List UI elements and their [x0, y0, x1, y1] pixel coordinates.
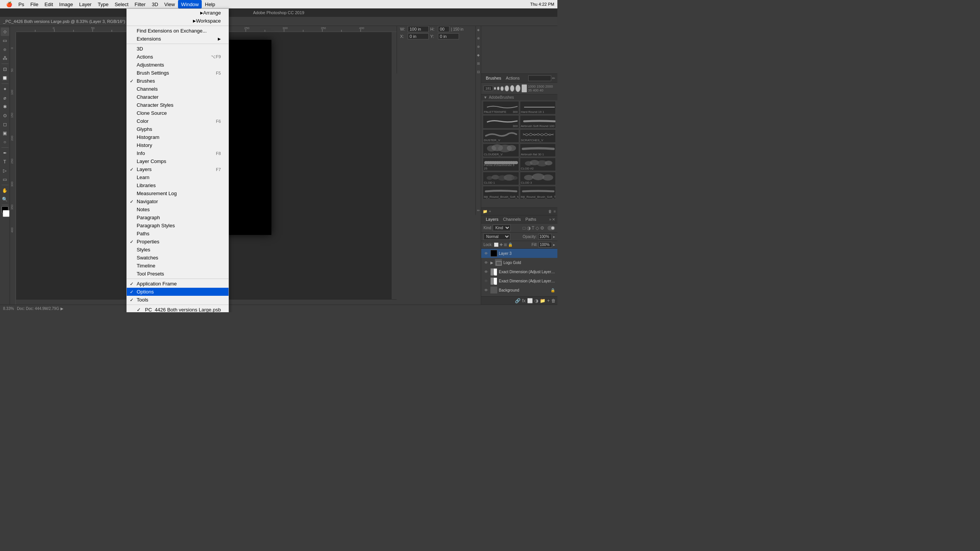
- brush-airbrush[interactable]: Airbrush Soft Round 100: [520, 115, 556, 129]
- fill-arrow[interactable]: ▸: [553, 243, 555, 247]
- menu-item-character-styles[interactable]: Character Styles: [127, 101, 229, 109]
- menu-item-3d[interactable]: 3D: [127, 45, 229, 53]
- background-color[interactable]: [3, 210, 10, 217]
- layers-close[interactable]: ✕: [552, 217, 555, 222]
- opacity-arrow[interactable]: ▸: [553, 235, 555, 239]
- brush-hardround[interactable]: Hard Round 19 1: [520, 101, 556, 114]
- spot-heal-tool[interactable]: ✦: [1, 85, 9, 93]
- crop-tool[interactable]: ⊡: [1, 65, 9, 73]
- lasso-tool[interactable]: ⌾: [1, 45, 9, 54]
- height-input[interactable]: [438, 26, 449, 32]
- photoshop-menu[interactable]: Ps: [15, 0, 27, 8]
- menu-item-arrange[interactable]: ▶ Arrange: [127, 9, 229, 17]
- layer-item-layer3[interactable]: 👁 Layer 3: [481, 249, 557, 258]
- dodge-tool[interactable]: ○: [1, 138, 9, 146]
- lock-pixels-icon[interactable]: ⬜: [494, 243, 498, 247]
- strip-btn-3[interactable]: ◈: [476, 26, 481, 34]
- help-menu[interactable]: Help: [202, 0, 218, 8]
- brush-clod2[interactable]: CLOD #2: [520, 158, 556, 171]
- y-input[interactable]: [438, 33, 459, 39]
- width-input[interactable]: [408, 26, 429, 32]
- menu-item-workspace[interactable]: ▶ Workspace: [127, 17, 229, 25]
- menu-item-libraries[interactable]: Libraries: [127, 181, 229, 189]
- tab-paths[interactable]: Paths: [523, 216, 539, 222]
- x-input[interactable]: [408, 33, 429, 39]
- type-tool[interactable]: T: [1, 158, 9, 166]
- move-tool[interactable]: ⊹: [1, 28, 9, 36]
- brush-300[interactable]: 300: [483, 115, 519, 129]
- brushes-delete[interactable]: 🗑: [548, 209, 552, 214]
- filter-smart-icon[interactable]: ⚙: [540, 225, 544, 231]
- brush-size-input[interactable]: 181: [483, 86, 493, 91]
- brush-tool[interactable]: ⌀: [1, 94, 9, 102]
- 3d-menu[interactable]: 3D: [149, 0, 161, 8]
- lock-position-icon[interactable]: ✚: [500, 243, 503, 247]
- brush-clod3[interactable]: CLOD 3: [520, 172, 556, 185]
- path-select-tool[interactable]: ▷: [1, 166, 9, 175]
- strip-btn-6[interactable]: ◆: [476, 51, 481, 59]
- logogold-expand[interactable]: ▶: [490, 261, 493, 265]
- menu-item-find-extensions[interactable]: Find Extensions on Exchange...: [127, 27, 229, 35]
- brush-mjl2[interactable]: Mjl_Round_Brush_Soft_Texture: [520, 186, 556, 199]
- marquee-tool[interactable]: ▭: [1, 36, 9, 45]
- image-menu[interactable]: Image: [56, 0, 76, 8]
- brushes-new-group[interactable]: 📁: [483, 209, 487, 214]
- menu-item-navigator[interactable]: ✓ Navigator: [127, 197, 229, 205]
- view-menu[interactable]: View: [161, 0, 178, 8]
- filter-pixel-icon[interactable]: □: [523, 225, 525, 231]
- eyedropper-tool[interactable]: 🔲: [1, 74, 9, 82]
- history-brush-tool[interactable]: ⊙: [1, 111, 9, 120]
- menu-item-paths[interactable]: Paths: [127, 230, 229, 238]
- pen-tool[interactable]: ✒: [1, 149, 9, 157]
- filter-adjust-icon[interactable]: ◑: [527, 225, 531, 231]
- type-menu[interactable]: Type: [95, 0, 111, 8]
- menu-item-histogram[interactable]: Histogram: [127, 133, 229, 141]
- exactdim-visibility[interactable]: 👁: [483, 278, 489, 284]
- layers-collapse[interactable]: »: [549, 217, 551, 222]
- brush-airbrush-flat[interactable]: Airbrush flat 30 1: [520, 143, 556, 157]
- layer3-visibility[interactable]: 👁: [483, 251, 489, 256]
- layers-footer-link[interactable]: 🔗: [515, 298, 521, 303]
- layers-footer-adjustment[interactable]: ◑: [534, 298, 538, 303]
- magic-wand-tool[interactable]: ⁂: [1, 54, 9, 62]
- status-arrow[interactable]: ▶: [60, 306, 64, 311]
- brush-mjl1[interactable]: Mjl_Round_Brush_Soft_Note...: [483, 186, 519, 199]
- vertical-scrollbar[interactable]: [391, 32, 397, 299]
- eraser-tool[interactable]: ◻: [1, 120, 9, 129]
- brushes-search-input[interactable]: [528, 75, 551, 81]
- brushes-new-brush[interactable]: +: [489, 209, 491, 214]
- menu-item-styles[interactable]: Styles: [127, 246, 229, 254]
- brush-clouder[interactable]: CLOUDER_V: [483, 143, 519, 157]
- strip-btn-4[interactable]: ⊕: [476, 34, 481, 42]
- tab-actions[interactable]: Actions: [503, 75, 522, 81]
- menu-item-adjustments[interactable]: Adjustments: [127, 61, 229, 69]
- logogold-visibility[interactable]: 👁: [483, 260, 489, 265]
- menu-item-measurement-log[interactable]: Measurement Log: [127, 189, 229, 197]
- file-menu[interactable]: File: [27, 0, 41, 8]
- opacity-input[interactable]: [538, 234, 552, 240]
- layers-footer-delete[interactable]: 🗑: [551, 298, 556, 303]
- brushes-menu[interactable]: ≡: [554, 209, 556, 214]
- menu-item-color[interactable]: Color F6: [127, 117, 229, 125]
- brush-paletteknife[interactable]: PALETTEKNIFE 300: [483, 101, 519, 114]
- layers-footer-new[interactable]: +: [547, 298, 550, 303]
- filter-type-icon[interactable]: T: [532, 225, 534, 231]
- tab-layers[interactable]: Layers: [483, 216, 501, 222]
- tab-channels[interactable]: Channels: [501, 216, 523, 222]
- menu-item-learn[interactable]: Learn: [127, 173, 229, 181]
- layers-footer-mask[interactable]: ⬜: [527, 298, 533, 303]
- brush-clod1[interactable]: CLOD 1: [483, 172, 519, 185]
- menu-item-extensions[interactable]: Extensions ▶: [127, 35, 229, 43]
- layers-footer-fx[interactable]: fx: [522, 298, 526, 303]
- layer-item-background[interactable]: 👁 Background 🔒: [481, 285, 557, 295]
- strip-btn-7[interactable]: ⊞: [476, 60, 481, 67]
- clone-stamp-tool[interactable]: ✱: [1, 103, 9, 111]
- menu-item-brushes[interactable]: ✓ Brushes: [127, 77, 229, 85]
- layer-item-exactdim[interactable]: 👁 Exact Dimension (Adjust Layer Opacity): [481, 276, 557, 285]
- layer-item-logogold[interactable]: 👁 ▶ Logo Gold: [481, 258, 557, 267]
- lock-artboard-icon[interactable]: ⊞: [504, 243, 507, 247]
- menu-item-options[interactable]: ✓ Options: [127, 288, 229, 296]
- fill-input[interactable]: [539, 242, 552, 248]
- window-menu[interactable]: Window: [178, 0, 202, 8]
- tab-brushes[interactable]: Brushes: [483, 75, 503, 81]
